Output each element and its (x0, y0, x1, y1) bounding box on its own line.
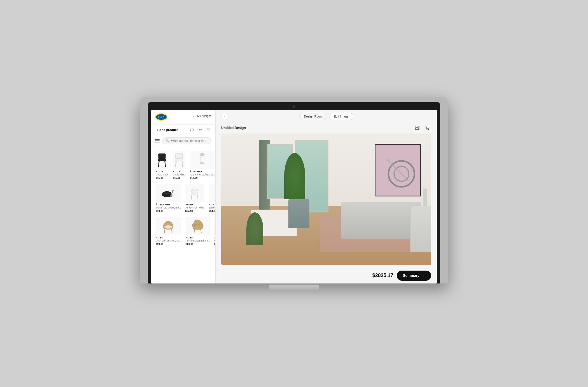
heart-icon[interactable]: ♡ (206, 127, 211, 133)
design-title: Untitled Design (221, 126, 246, 130)
product-card-agen-armchair[interactable]: AGEN Armchair, rattan/bam... $89.99 (185, 216, 211, 247)
add-product-label: + Add product (157, 128, 178, 132)
product-name-8: AGEN (186, 236, 210, 239)
product-name-9: ALEFJÄLL (214, 236, 215, 239)
svg-point-34 (164, 225, 172, 229)
product-desc-5: Junior chair, white (185, 206, 204, 209)
artwork (375, 144, 421, 196)
product-price-2: $15.00 (173, 177, 185, 179)
save-icon-btn[interactable] (413, 124, 421, 132)
app-container: IKEA ← My designs (151, 110, 437, 283)
product-card-agam-black[interactable]: AGAM Junior chair, black $54.99 (208, 183, 215, 214)
product-desc-9: Office chair, Glose black (214, 239, 215, 242)
product-desc-3: Lantern for tealight, w... (190, 173, 214, 176)
back-arrow-icon: ← (193, 114, 196, 118)
toolbar-row: + Add product ⓘ ✏ ♡ (151, 125, 215, 135)
product-card-agen-cushion[interactable]: AGEN Chair with cushion, rat... $99.99 (155, 216, 182, 247)
product-price-6: $54.99 (209, 210, 215, 212)
svg-rect-0 (158, 154, 165, 159)
summary-arrow-icon: → (421, 273, 425, 278)
product-price-8: $89.99 (186, 243, 210, 245)
total-price: $2825.17 (372, 273, 393, 278)
product-price-5: $54.99 (185, 210, 204, 212)
svg-rect-7 (175, 159, 183, 161)
laptop-base (269, 283, 319, 290)
svg-point-56 (427, 129, 428, 130)
svg-line-40 (194, 229, 195, 233)
product-price-3: $12.99 (190, 177, 214, 179)
room-background (221, 133, 431, 265)
product-name-4: ÅDELSTEN (156, 203, 181, 206)
products-row-2: ÅDELSTEN Mortar and pestel, ma... $19.99 (155, 183, 212, 214)
main-area: ‹ Design Room Edit Image Untitled Design (216, 110, 437, 283)
cart-icon (425, 125, 430, 130)
toolbar-icons: ⓘ ✏ ♡ (189, 127, 211, 133)
svg-rect-54 (416, 126, 418, 127)
product-card-adelsten[interactable]: ÅDELSTEN Mortar and pestel, ma... $19.99 (155, 183, 182, 214)
add-product-button[interactable]: + Add product (155, 127, 179, 133)
design-title-row: Untitled Design (221, 123, 431, 133)
product-desc-7: Chair with cushion, rat... (156, 239, 181, 242)
product-name-5: AGAM (185, 203, 204, 206)
save-icon (415, 125, 420, 130)
cart-icon-btn[interactable] (423, 124, 431, 132)
product-image-adelhet (190, 151, 214, 169)
search-icon: 🔍 (165, 139, 169, 143)
product-image-adde-black (156, 151, 168, 169)
svg-point-21 (172, 190, 174, 191)
main-header: ‹ Design Room Edit Image (216, 110, 437, 123)
back-nav[interactable]: ← My designs (193, 114, 211, 118)
product-name-3: ÅDELHET (190, 170, 214, 173)
laptop-screen: IKEA ← My designs (151, 110, 437, 283)
edit-pencil-icon[interactable]: ✏ (197, 127, 203, 133)
gray-chair (288, 199, 309, 228)
product-card-alefj[interactable]: ALEFJÄLL Office chair, Glose black $329.… (213, 216, 215, 247)
svg-rect-6 (176, 154, 183, 159)
product-grid: ADDE Chair, black $15.00 (151, 147, 215, 283)
search-box[interactable]: 🔍 (162, 137, 211, 144)
svg-rect-55 (416, 128, 419, 130)
product-price-9: $329.00 (214, 243, 215, 245)
product-card-adelhet[interactable]: ÅDELHET Lantern for tealight, w... $12.9… (189, 150, 215, 180)
collapse-sidebar-button[interactable]: ‹ (221, 113, 228, 120)
product-card-agam-white[interactable]: AGAM Junior chair, white $54.99 (184, 183, 206, 214)
summary-label: Summary (403, 273, 419, 278)
sofa (341, 202, 421, 239)
info-icon[interactable]: ⓘ (189, 127, 195, 133)
tab-edit-image[interactable]: Edit Image (329, 113, 353, 120)
canvas-area: Untitled Design (216, 123, 437, 268)
canvas-actions (413, 124, 431, 132)
product-image-alefj (214, 217, 215, 235)
product-price-1: $15.00 (156, 177, 168, 179)
svg-line-35 (164, 229, 165, 233)
tab-design-room[interactable]: Design Room (299, 113, 327, 120)
sidebar-header: IKEA ← My designs (151, 110, 215, 125)
svg-line-23 (191, 194, 192, 200)
product-price-4: $19.99 (156, 210, 181, 212)
product-image-adde-white (173, 151, 185, 169)
product-desc-8: Armchair, rattan/bam... (186, 239, 210, 242)
hamburger-icon[interactable] (155, 139, 160, 142)
products-row-1: ADDE Chair, black $15.00 (155, 150, 212, 180)
product-card-adde-white[interactable]: ADDE Chair, white $15.00 (172, 150, 186, 180)
product-name-6: AGAM (209, 203, 215, 206)
plant-left (246, 212, 263, 245)
bottom-bar: $2825.17 Summary → (216, 268, 437, 283)
cabinet-right (410, 206, 431, 252)
product-desc-4: Mortar and pestel, ma... (156, 206, 181, 209)
back-nav-label: My designs (197, 114, 211, 118)
product-card-adde-black[interactable]: ADDE Chair, black $15.00 (155, 150, 169, 180)
product-name-1: ADDE (156, 170, 168, 173)
screen-bezel: IKEA ← My designs (148, 102, 440, 283)
ikea-logo-text: IKEA (158, 116, 165, 118)
summary-button[interactable]: Summary → (397, 271, 431, 281)
search-input[interactable] (171, 139, 208, 142)
product-name-2: ADDE (173, 170, 185, 173)
product-price-7: $99.99 (156, 243, 181, 245)
svg-line-41 (201, 229, 201, 233)
ikea-logo: IKEA (155, 113, 167, 121)
svg-line-24 (197, 194, 198, 200)
product-name-7: AGEN (156, 236, 181, 239)
product-image-adelsten (156, 184, 181, 202)
product-image-agen-cushion (156, 217, 181, 235)
